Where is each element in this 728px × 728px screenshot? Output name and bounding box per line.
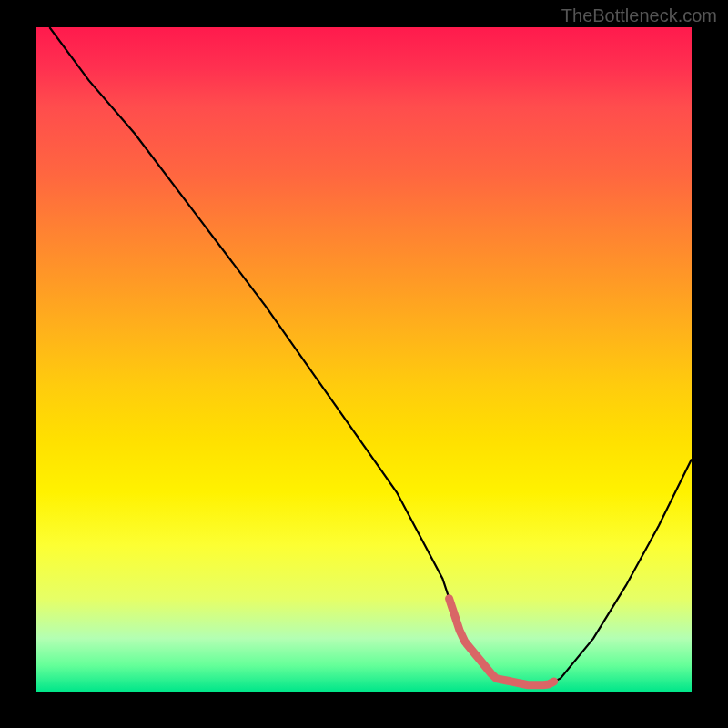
bottleneck-curve xyxy=(36,27,692,692)
plot-area xyxy=(36,27,692,692)
watermark-text: TheBottleneck.com xyxy=(561,5,717,26)
